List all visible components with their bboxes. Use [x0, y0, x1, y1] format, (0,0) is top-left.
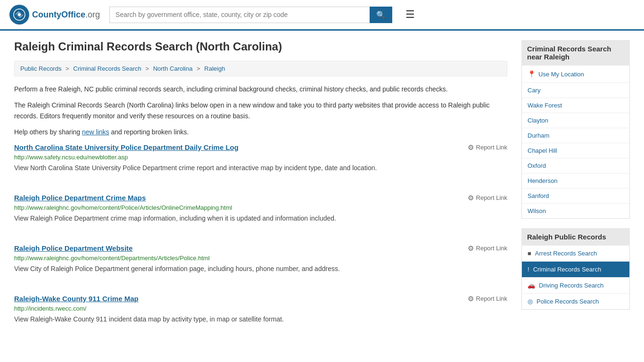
link-entry: Raleigh Police Department Crime Maps ⚙ R… [14, 194, 507, 233]
logo-area[interactable]: CountyOffice.org [9, 5, 100, 25]
breadcrumb-raleigh[interactable]: Raleigh [204, 65, 225, 72]
link-desc: View Raleigh-Wake County 911 incident da… [14, 314, 507, 324]
report-icon: ⚙ [468, 194, 474, 202]
link-url: http://www.raleighnc.gov/home/content/Po… [14, 204, 507, 211]
sidebar-item-criminal-records[interactable]: ! Criminal Records Search [522, 262, 629, 278]
link-desc: View City of Raleigh Police Department g… [14, 264, 507, 274]
logo-icon [9, 5, 29, 25]
breadcrumb-sep-1: > [66, 65, 71, 72]
nearby-section-content: 📍 Use My Location Cary Wake Forest Clayt… [521, 66, 630, 219]
new-links-link[interactable]: new links [82, 128, 109, 136]
breadcrumb-sep-3: > [197, 65, 202, 72]
intro-text-1: Perform a free Raleigh, NC public crimin… [14, 84, 507, 94]
search-button[interactable]: 🔍 [370, 7, 392, 23]
nearby-section: Criminal Records Search near Raleigh 📍 U… [521, 40, 630, 219]
nearby-city-sanford[interactable]: Sanford [522, 189, 629, 204]
breadcrumb-public-records[interactable]: Public Records [20, 65, 61, 72]
link-title[interactable]: Raleigh-Wake County 911 Crime Map [14, 295, 139, 303]
report-link-button[interactable]: ⚙ Report Link [468, 295, 507, 303]
nearby-city-henderson[interactable]: Henderson [522, 173, 629, 189]
main-layout: Raleigh Criminal Records Search (North C… [0, 31, 644, 354]
sidebar-item-police-records[interactable]: ◎ Police Records Search [522, 294, 629, 309]
nearby-city-durham[interactable]: Durham [522, 128, 629, 143]
link-entries: North Carolina State University Police D… [14, 143, 507, 334]
sidebar-item-arrest-records[interactable]: ■ Arrest Records Search [522, 246, 629, 262]
breadcrumb: Public Records > Criminal Records Search… [14, 61, 507, 76]
sidebar: Criminal Records Search near Raleigh 📍 U… [521, 40, 630, 345]
nearby-city-oxford[interactable]: Oxford [522, 158, 629, 173]
report-link-button[interactable]: ⚙ Report Link [468, 244, 507, 253]
public-records-section-content: ■ Arrest Records Search ! Criminal Recor… [521, 246, 630, 310]
main-content: Raleigh Criminal Records Search (North C… [14, 40, 507, 345]
link-title[interactable]: Raleigh Police Department Website [14, 244, 132, 252]
svg-point-1 [18, 13, 21, 16]
sidebar-item-driving-records[interactable]: 🚗 Driving Records Search [522, 278, 629, 294]
page-title: Raleigh Criminal Records Search (North C… [14, 40, 507, 53]
link-entry: Raleigh-Wake County 911 Crime Map ⚙ Repo… [14, 295, 507, 334]
hamburger-icon: ☰ [405, 8, 415, 20]
search-icon: 🔍 [376, 11, 386, 19]
report-icon: ⚙ [468, 295, 474, 303]
nearby-section-title: Criminal Records Search near Raleigh [521, 40, 630, 66]
link-desc: View North Carolina State University Pol… [14, 163, 507, 173]
site-header: CountyOffice.org 🔍 ☰ [0, 0, 644, 31]
location-icon: 📍 [528, 70, 536, 78]
link-title[interactable]: North Carolina State University Police D… [14, 143, 239, 151]
link-url: http://www.safety.ncsu.edu/newblotter.as… [14, 154, 507, 161]
report-icon: ⚙ [468, 143, 474, 152]
criminal-icon: ! [528, 266, 529, 273]
nearby-city-wake-forest[interactable]: Wake Forest [522, 98, 629, 113]
intro-text-3: Help others by sharing new links and rep… [14, 127, 507, 137]
search-area: 🔍 [109, 7, 392, 23]
breadcrumb-sep-2: > [145, 65, 150, 72]
breadcrumb-criminal-records[interactable]: Criminal Records Search [73, 65, 141, 72]
breadcrumb-north-carolina[interactable]: North Carolina [153, 65, 193, 72]
nearby-city-clayton[interactable]: Clayton [522, 113, 629, 128]
report-link-button[interactable]: ⚙ Report Link [468, 194, 507, 202]
police-icon: ◎ [528, 298, 533, 305]
public-records-section-title: Raleigh Public Records [521, 228, 630, 246]
menu-button[interactable]: ☰ [405, 8, 415, 21]
nearby-city-chapel-hill[interactable]: Chapel Hill [522, 143, 629, 158]
nearby-city-cary[interactable]: Cary [522, 83, 629, 98]
logo-text: CountyOffice.org [32, 10, 100, 20]
search-input[interactable] [109, 7, 370, 23]
driving-icon: 🚗 [528, 282, 535, 289]
public-records-section: Raleigh Public Records ■ Arrest Records … [521, 228, 630, 310]
link-url: http://www.raleighnc.gov/home/content/De… [14, 255, 507, 262]
arrest-icon: ■ [528, 250, 531, 257]
report-link-button[interactable]: ⚙ Report Link [468, 143, 507, 152]
link-title[interactable]: Raleigh Police Department Crime Maps [14, 194, 146, 202]
nearby-city-wilson[interactable]: Wilson [522, 204, 629, 218]
report-icon: ⚙ [468, 244, 474, 253]
link-desc: View Raleigh Police Department crime map… [14, 214, 507, 223]
intro-text-2: The Raleigh Criminal Records Search (Nor… [14, 100, 507, 121]
link-entry: Raleigh Police Department Website ⚙ Repo… [14, 244, 507, 283]
use-my-location[interactable]: 📍 Use My Location [522, 66, 629, 83]
link-url: http://incidents.rwecc.com/ [14, 305, 507, 312]
link-entry: North Carolina State University Police D… [14, 143, 507, 182]
